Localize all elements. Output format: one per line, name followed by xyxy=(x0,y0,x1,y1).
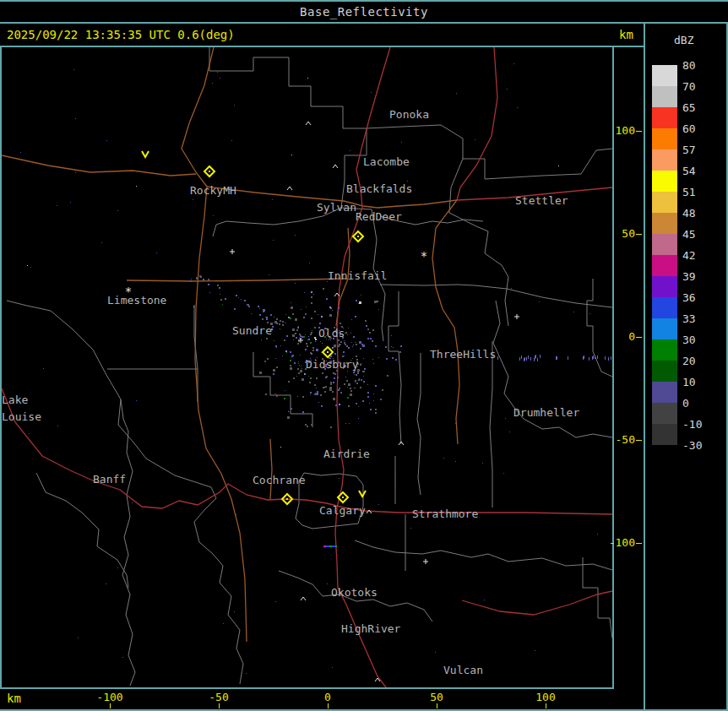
echo-pixel xyxy=(321,405,323,407)
echo-pixel xyxy=(455,461,456,462)
echo-pixel xyxy=(305,334,306,335)
echo-pixel xyxy=(267,322,269,323)
echo-pixel xyxy=(320,394,322,396)
echo-pixel xyxy=(311,424,312,426)
echo-pixel xyxy=(247,304,248,306)
echo-pixel xyxy=(20,152,21,153)
echo-pixel xyxy=(327,583,328,584)
plus-marker-icon xyxy=(230,249,235,254)
x-tick-mark xyxy=(546,703,546,708)
echo-pixel xyxy=(329,339,329,340)
echo-pixel xyxy=(234,308,236,310)
radar-map-display[interactable]: ** PonokaLacombeBlackfaldsSylvanRedDeerS… xyxy=(2,47,612,687)
echo-pixel xyxy=(275,358,276,359)
echo-pixel xyxy=(558,166,559,166)
echo-pixel xyxy=(317,391,318,393)
echo-pixel xyxy=(345,344,346,345)
city-label: Okotoks xyxy=(331,586,378,599)
echo-pixel xyxy=(315,393,317,394)
echo-pixel xyxy=(57,426,58,426)
colorbar-tick-label: 48 xyxy=(682,207,696,220)
echo-pixel xyxy=(223,623,224,624)
echo-pixel xyxy=(275,345,277,347)
colorbar-swatch xyxy=(652,86,677,107)
echo-pixel xyxy=(308,339,310,340)
echo-pixel xyxy=(378,357,379,358)
echo-pixel xyxy=(321,316,323,318)
echo-pixel xyxy=(156,252,157,253)
city-label: Innisfail xyxy=(328,269,387,282)
echo-pixel xyxy=(234,611,235,612)
city-label: Cochrane xyxy=(253,474,306,486)
echo-pixel xyxy=(334,350,334,350)
echo-pixel xyxy=(332,391,334,393)
echo-pixel xyxy=(276,323,278,324)
city-label: Blackfalds xyxy=(346,182,412,195)
y-tick-label: -100 xyxy=(609,536,635,549)
colorbar-tick-label: 0 xyxy=(682,397,689,410)
echo-pixel xyxy=(605,356,606,360)
echo-pixel xyxy=(309,382,311,383)
echo-pixel xyxy=(275,601,276,602)
echo-pixel xyxy=(318,402,319,403)
colorbar-tick-label: 70 xyxy=(682,80,696,93)
echo-pixel xyxy=(343,351,345,353)
radar-site-center-dot xyxy=(209,171,210,172)
echo-pixel xyxy=(290,360,291,361)
echo-pixel xyxy=(298,361,299,362)
echo-pixel xyxy=(282,356,283,356)
colorbar-swatch xyxy=(652,361,677,382)
echo-pixel xyxy=(285,350,287,352)
echo-pixel xyxy=(274,340,274,341)
artifact-segment xyxy=(323,545,326,547)
echo-pixel xyxy=(312,350,314,351)
echo-pixel xyxy=(136,186,137,187)
echo-pixel xyxy=(350,393,352,396)
echo-pixel xyxy=(367,384,368,385)
echo-pixel xyxy=(261,339,262,340)
echo-pixel xyxy=(330,390,331,391)
echo-pixel xyxy=(236,295,237,296)
echo-pixel xyxy=(332,667,333,668)
echo-pixel xyxy=(353,372,355,373)
echo-pixel xyxy=(333,382,334,383)
echo-pixel xyxy=(267,358,269,360)
echo-pixel xyxy=(262,318,263,320)
echo-pixel xyxy=(286,352,287,353)
echo-pixel xyxy=(386,358,388,360)
y-tick-mark xyxy=(636,440,642,441)
echo-pixel xyxy=(524,357,525,361)
echo-pixel xyxy=(345,423,346,424)
plus-marker-icon xyxy=(423,559,428,564)
echo-pixel xyxy=(407,181,408,182)
artifact-segment xyxy=(335,545,337,547)
echo-pixel xyxy=(395,480,396,480)
echo-pixel xyxy=(30,267,31,268)
echo-pixel xyxy=(589,313,590,314)
echo-pixel xyxy=(302,378,304,381)
colorbar-swatch xyxy=(652,382,677,403)
echo-pixel xyxy=(295,283,296,284)
echo-pixel xyxy=(455,423,456,424)
echo-pixel xyxy=(70,202,71,203)
echo-pixel xyxy=(337,377,339,378)
echo-pixel xyxy=(312,347,314,349)
echo-pixel xyxy=(73,69,74,70)
echo-pixel xyxy=(354,388,355,388)
city-label: Limestone xyxy=(107,294,167,307)
echo-pixel xyxy=(251,313,252,314)
echo-pixel xyxy=(369,332,371,334)
echo-pixel xyxy=(241,299,242,300)
echo-pixel xyxy=(308,336,309,337)
artifact-segment xyxy=(326,545,329,547)
echo-pixel xyxy=(314,327,316,328)
echo-pixel xyxy=(333,398,335,400)
echo-pixel xyxy=(443,458,444,459)
echo-pixel xyxy=(355,388,356,388)
echo-pixel xyxy=(382,389,383,391)
colorbar-swatch xyxy=(652,318,677,339)
echo-pixel xyxy=(314,311,316,312)
echo-pixel xyxy=(303,317,305,318)
echo-pixel xyxy=(191,279,192,280)
summit-caret-icon xyxy=(287,187,292,190)
